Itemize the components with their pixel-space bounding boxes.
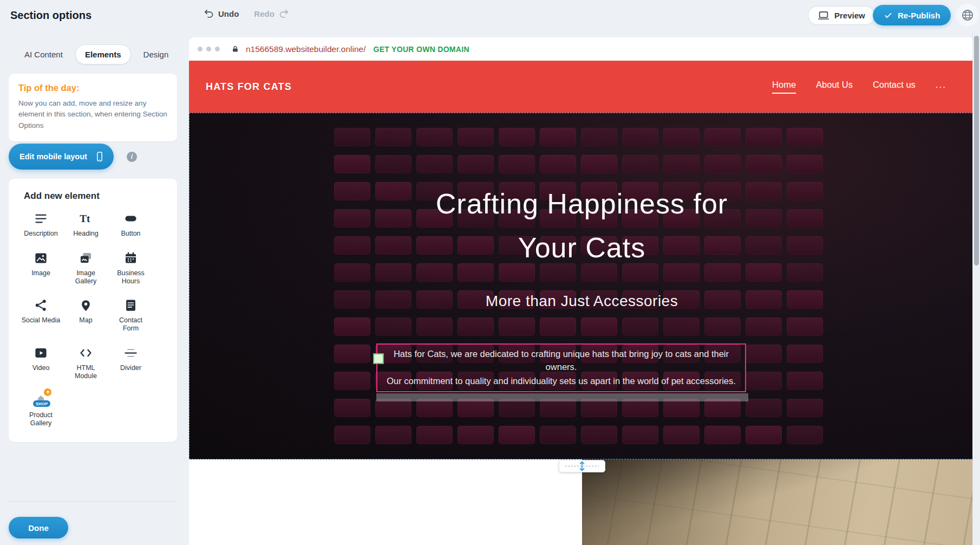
site-header: HATS FOR CATS Home About Us Contact us .… — [189, 61, 975, 113]
element-grid: Description Tt Heading Button — [18, 211, 177, 427]
hero-tile — [663, 155, 700, 173]
nav-home[interactable]: Home — [772, 80, 796, 94]
hero-section-selected[interactable]: Crafting Happiness for Your Cats More th… — [189, 113, 975, 459]
product-gallery-icon: SHOP — [34, 393, 48, 407]
hero-tile — [704, 399, 741, 417]
element-label: Business Hours — [111, 269, 151, 286]
nav-more[interactable]: ... — [936, 80, 946, 94]
check-icon — [884, 11, 893, 20]
map-pin-icon — [79, 298, 93, 313]
hero-tile — [334, 345, 370, 363]
republish-button[interactable]: Re-Publish — [873, 5, 951, 25]
hero-subheading[interactable]: More than Just Accessories — [189, 293, 975, 310]
element-label: Description — [24, 230, 58, 238]
hero-text-element-selected[interactable]: Hats for Cats, we are dedicated to craft… — [376, 343, 746, 392]
element-map[interactable]: Map — [63, 298, 108, 333]
site-nav: Home About Us Contact us ... — [772, 80, 946, 94]
undo-button[interactable]: Undo — [204, 8, 239, 19]
hero-tile — [375, 399, 411, 417]
element-html-module[interactable]: HTML Module — [63, 346, 108, 380]
element-label: Image Gallery — [66, 269, 106, 286]
laptop-icon — [818, 10, 829, 22]
language-globe-button[interactable] — [956, 4, 979, 27]
element-image-gallery[interactable]: Image Gallery — [63, 251, 108, 286]
hero-tile — [622, 128, 658, 146]
hero-tile — [540, 155, 576, 173]
hero-tile — [581, 128, 617, 146]
site-logo: HATS FOR CATS — [206, 81, 292, 93]
preview-label: Preview — [834, 11, 865, 20]
element-business-hours[interactable]: Business Hours — [108, 251, 153, 286]
button-icon — [123, 211, 138, 226]
hero-tile — [416, 128, 453, 146]
hero-heading-line1: Crafting Happiness for — [189, 182, 975, 226]
info-icon[interactable]: i — [127, 152, 137, 162]
section-resize-handle[interactable] — [559, 460, 605, 472]
get-domain-link[interactable]: GET YOUR OWN DOMAIN — [373, 45, 469, 54]
element-label: HTML Module — [66, 364, 106, 380]
element-contact-form[interactable]: Contact Form — [108, 298, 153, 333]
hero-tile — [746, 345, 782, 363]
element-label: Map — [79, 316, 92, 325]
hero-tile — [375, 155, 411, 173]
element-divider[interactable]: Divider — [108, 346, 153, 380]
hero-tile — [704, 155, 741, 173]
hero-tile — [458, 128, 494, 146]
nav-contact-us[interactable]: Contact us — [873, 80, 916, 94]
element-social-media[interactable]: Social Media — [18, 298, 63, 333]
hero-tile — [540, 317, 576, 336]
edit-mobile-layout-button[interactable]: Edit mobile layout — [9, 144, 114, 170]
hero-body-line1: Hats for Cats, we are dedicated to craft… — [382, 348, 741, 374]
hero-heading-line2: Your Cats — [189, 226, 975, 270]
hero-tile — [663, 426, 700, 444]
hero-tile — [416, 155, 453, 173]
element-button[interactable]: Button — [108, 211, 153, 238]
hero-tile — [746, 372, 782, 390]
element-label: Heading — [73, 230, 99, 238]
done-button[interactable]: Done — [9, 517, 68, 538]
heading-icon: Tt — [79, 211, 93, 226]
hero-tile — [663, 128, 700, 146]
redo-button[interactable]: Redo — [254, 8, 289, 19]
element-product-gallery[interactable]: SHOP Product Gallery — [18, 393, 63, 427]
hero-tile — [540, 426, 576, 444]
hero-tile — [334, 317, 370, 336]
resize-arrows-icon — [563, 461, 601, 471]
redo-label: Redo — [254, 9, 275, 18]
hero-tile — [458, 426, 494, 444]
hero-tile — [787, 155, 823, 173]
element-description[interactable]: Description — [18, 211, 63, 238]
hero-heading[interactable]: Crafting Happiness for Your Cats — [189, 182, 975, 270]
element-label: Contact Form — [111, 316, 151, 333]
hero-tile — [581, 317, 617, 336]
tip-title: Tip of the day: — [18, 83, 167, 93]
element-heading[interactable]: Tt Heading — [63, 211, 108, 238]
hero-tile — [581, 155, 617, 173]
nav-about-us[interactable]: About Us — [816, 80, 853, 94]
element-video[interactable]: Video — [18, 346, 63, 380]
hero-tile — [704, 128, 741, 146]
element-image[interactable]: Image — [18, 251, 63, 286]
tip-body: Now you can add, move and resize any ele… — [18, 98, 167, 131]
element-label: Image — [31, 269, 50, 277]
hero-tile — [663, 399, 700, 417]
tab-design[interactable]: Design — [134, 45, 178, 64]
hero-tile — [622, 317, 658, 336]
preview-button[interactable]: Preview — [808, 6, 875, 25]
hero-tile — [704, 317, 741, 336]
hero-tile — [787, 426, 823, 444]
hero-tile — [787, 317, 823, 336]
undo-icon — [204, 8, 214, 19]
tab-ai-content[interactable]: AI Content — [15, 45, 72, 64]
social-media-icon — [34, 298, 48, 313]
app-window: Section options Undo Redo Preview Re- — [0, 0, 980, 545]
element-drag-handle[interactable] — [373, 353, 384, 364]
canvas-scrollbar[interactable] — [972, 31, 980, 545]
divider-icon — [123, 346, 138, 360]
hero-tile — [416, 317, 453, 336]
element-label: Button — [121, 230, 140, 238]
scrollbar-thumb[interactable] — [974, 36, 979, 265]
tab-elements[interactable]: Elements — [75, 44, 131, 64]
hero-tile — [622, 426, 658, 444]
next-section-background — [189, 459, 582, 545]
